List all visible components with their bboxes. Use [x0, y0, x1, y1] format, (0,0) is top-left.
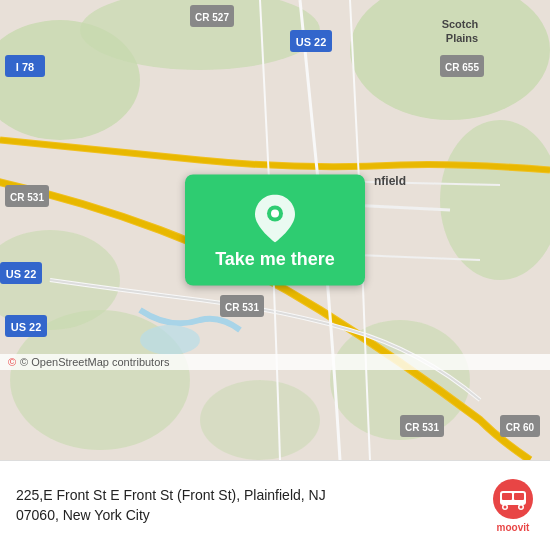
svg-point-7: [200, 380, 320, 460]
moovit-text: moovit: [497, 522, 530, 533]
address-container: 225,E Front St E Front St (Front St), Pl…: [16, 486, 480, 525]
svg-text:Plains: Plains: [446, 32, 478, 44]
svg-text:Scotch: Scotch: [442, 18, 479, 30]
copyright-text: © OpenStreetMap contributors: [20, 356, 169, 368]
address-line2: 07060, New York City: [16, 507, 150, 523]
svg-point-42: [520, 506, 523, 509]
svg-point-41: [504, 506, 507, 509]
svg-text:CR 655: CR 655: [445, 62, 479, 73]
svg-text:CR 527: CR 527: [195, 12, 229, 23]
svg-text:nfield: nfield: [374, 174, 406, 188]
moovit-icon: [492, 478, 534, 520]
copyright-bar: © © OpenStreetMap contributors: [0, 354, 550, 370]
svg-rect-37: [502, 493, 512, 500]
svg-text:US 22: US 22: [6, 268, 37, 280]
svg-text:US 22: US 22: [11, 321, 42, 333]
svg-text:CR 60: CR 60: [506, 422, 535, 433]
svg-text:CR 531: CR 531: [10, 192, 44, 203]
svg-text:CR 531: CR 531: [405, 422, 439, 433]
svg-point-34: [271, 210, 279, 218]
svg-text:CR 531: CR 531: [225, 302, 259, 313]
map-view: I 78 US 22 US 22 US 22 CR 527 CR 531 CR …: [0, 0, 550, 460]
bottom-bar: 225,E Front St E Front St (Front St), Pl…: [0, 460, 550, 550]
svg-text:I 78: I 78: [16, 61, 34, 73]
take-me-there-label: Take me there: [215, 249, 335, 270]
location-pin-icon: [255, 195, 295, 243]
address-line1: 225,E Front St E Front St (Front St), Pl…: [16, 487, 326, 503]
svg-point-9: [140, 325, 200, 355]
moovit-logo[interactable]: moovit: [492, 478, 534, 533]
osm-logo: ©: [8, 356, 16, 368]
take-me-there-button[interactable]: Take me there: [185, 175, 365, 286]
svg-rect-38: [514, 493, 524, 500]
svg-text:US 22: US 22: [296, 36, 327, 48]
